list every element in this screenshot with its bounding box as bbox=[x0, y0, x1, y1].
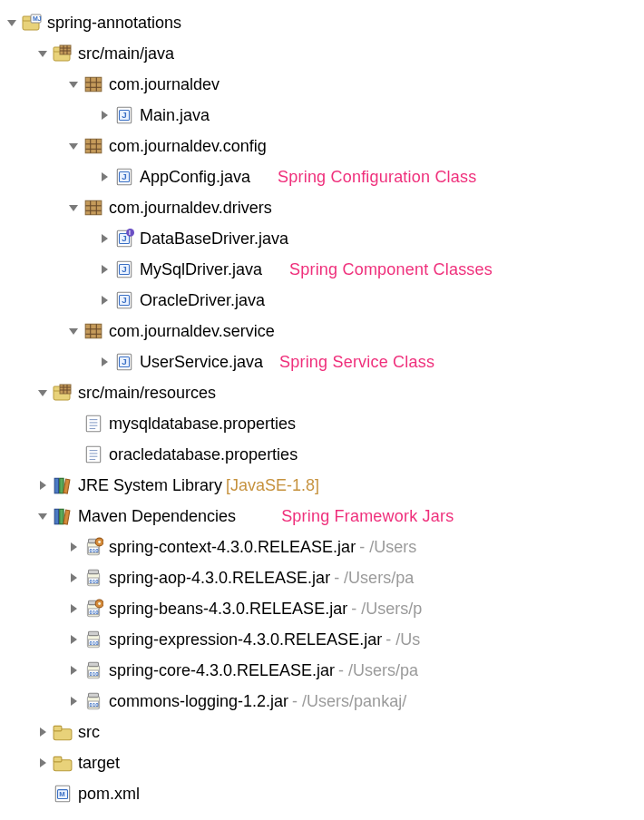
collapse-arrow-icon[interactable] bbox=[65, 570, 82, 586]
collapse-arrow-icon[interactable] bbox=[65, 539, 82, 555]
java-file-icon bbox=[114, 290, 134, 310]
text-file-icon bbox=[83, 444, 103, 464]
jar-name: commons-logging-1.2.jar bbox=[109, 692, 288, 711]
tree-item-jar[interactable]: spring-aop-4.3.0.RELEASE.jar - /Users/pa bbox=[4, 562, 640, 593]
expand-arrow-icon[interactable] bbox=[65, 76, 82, 93]
expand-arrow-icon[interactable] bbox=[34, 45, 51, 62]
java-interface-icon bbox=[114, 229, 134, 249]
tree-item-jar[interactable]: commons-logging-1.2.jar - /Users/pankaj/ bbox=[4, 686, 640, 717]
tree-item-package-config[interactable]: com.journaldev.config bbox=[4, 131, 640, 161]
jar-path: - /Users/p bbox=[351, 600, 422, 619]
tree-item-maven-deps[interactable]: Maven Dependencies Spring Framework Jars bbox=[4, 501, 640, 532]
folder-icon bbox=[53, 722, 73, 742]
text-file-icon bbox=[83, 414, 103, 434]
expand-arrow-icon[interactable] bbox=[65, 200, 82, 216]
tree-item-target-folder[interactable]: target bbox=[4, 747, 640, 778]
collapse-arrow-icon[interactable] bbox=[34, 755, 51, 771]
java-file-icon bbox=[114, 167, 134, 187]
jar-icon bbox=[83, 599, 103, 619]
package-icon bbox=[83, 321, 103, 341]
tree-item-src-main-java[interactable]: src/main/java bbox=[4, 38, 640, 69]
jar-icon bbox=[83, 537, 103, 557]
expand-arrow-icon[interactable] bbox=[4, 15, 20, 31]
tree-item-appconfig[interactable]: AppConfig.java Spring Configuration Clas… bbox=[4, 161, 640, 192]
expand-arrow-icon[interactable] bbox=[34, 508, 51, 524]
jar-path: - /Users/pa bbox=[334, 569, 414, 588]
tree-item-mysql-driver[interactable]: MySqlDriver.java Spring Component Classe… bbox=[4, 254, 640, 285]
appconfig-label: AppConfig.java bbox=[140, 168, 250, 187]
tree-item-user-service[interactable]: UserService.java Spring Service Class bbox=[4, 347, 640, 377]
src-folder-label: src bbox=[78, 723, 100, 742]
tree-item-jre-library[interactable]: JRE System Library [JavaSE-1.8] bbox=[4, 470, 640, 501]
package-label: com.journaldev.service bbox=[109, 322, 275, 341]
mysql-props-label: mysqldatabase.properties bbox=[109, 415, 296, 434]
tree-item-package-drivers[interactable]: com.journaldev.drivers bbox=[4, 192, 640, 223]
library-icon bbox=[53, 506, 73, 526]
main-java-label: Main.java bbox=[140, 106, 210, 125]
db-driver-label: DataBaseDriver.java bbox=[140, 229, 288, 249]
tree-item-database-driver[interactable]: DataBaseDriver.java bbox=[4, 223, 640, 254]
tree-item-pom[interactable]: pom.xml bbox=[4, 778, 640, 809]
source-folder-icon bbox=[53, 383, 73, 403]
collapse-arrow-icon[interactable] bbox=[34, 477, 51, 493]
expand-arrow-icon[interactable] bbox=[65, 138, 82, 154]
tree-item-mysql-properties[interactable]: mysqldatabase.properties bbox=[4, 408, 640, 439]
maven-pom-icon bbox=[53, 784, 73, 804]
tree-item-package-journaldev[interactable]: com.journaldev bbox=[4, 69, 640, 100]
collapse-arrow-icon[interactable] bbox=[96, 292, 112, 308]
expand-arrow-icon[interactable] bbox=[65, 323, 82, 339]
collapse-arrow-icon[interactable] bbox=[96, 230, 112, 247]
jar-name: spring-context-4.3.0.RELEASE.jar bbox=[109, 538, 356, 557]
collapse-arrow-icon[interactable] bbox=[65, 662, 82, 678]
oracle-driver-label: OracleDriver.java bbox=[140, 291, 265, 310]
tree-item-package-service[interactable]: com.journaldev.service bbox=[4, 316, 640, 347]
java-file-icon bbox=[114, 259, 134, 279]
project-name: spring-annotations bbox=[47, 14, 181, 33]
tree-item-src-main-resources[interactable]: src/main/resources bbox=[4, 377, 640, 408]
jar-icon bbox=[83, 568, 103, 588]
collapse-arrow-icon[interactable] bbox=[34, 724, 51, 740]
jar-icon bbox=[83, 660, 103, 680]
collapse-arrow-icon[interactable] bbox=[65, 600, 82, 617]
folder-icon bbox=[53, 753, 73, 773]
jre-version: [JavaSE-1.8] bbox=[226, 476, 319, 495]
annotation-config: Spring Configuration Class bbox=[278, 168, 476, 187]
tree-item-jar[interactable]: spring-beans-4.3.0.RELEASE.jar - /Users/… bbox=[4, 593, 640, 624]
tree-item-project[interactable]: spring-annotations bbox=[4, 7, 640, 38]
jar-path: - /Users bbox=[359, 538, 416, 557]
user-service-label: UserService.java bbox=[140, 353, 263, 372]
package-label: com.journaldev bbox=[109, 75, 220, 94]
jar-name: spring-core-4.3.0.RELEASE.jar bbox=[109, 661, 335, 680]
source-folder-icon bbox=[53, 44, 73, 63]
collapse-arrow-icon[interactable] bbox=[96, 107, 112, 123]
tree-item-jar[interactable]: spring-context-4.3.0.RELEASE.jar - /User… bbox=[4, 532, 640, 562]
maven-label: Maven Dependencies bbox=[78, 507, 236, 526]
java-file-icon bbox=[114, 105, 134, 125]
tree-item-src-folder[interactable]: src bbox=[4, 717, 640, 747]
target-folder-label: target bbox=[78, 754, 120, 773]
jar-name: spring-expression-4.3.0.RELEASE.jar bbox=[109, 630, 382, 649]
package-label: com.journaldev.drivers bbox=[109, 199, 272, 218]
tree-item-oracle-properties[interactable]: oracledatabase.properties bbox=[4, 439, 640, 470]
collapse-arrow-icon[interactable] bbox=[96, 169, 112, 185]
package-label: com.journaldev.config bbox=[109, 137, 267, 156]
package-icon bbox=[83, 198, 103, 218]
annotation-maven: Spring Framework Jars bbox=[281, 507, 454, 526]
package-icon bbox=[83, 74, 103, 94]
src-main-java-label: src/main/java bbox=[78, 44, 174, 63]
collapse-arrow-icon[interactable] bbox=[96, 354, 112, 370]
java-file-icon bbox=[114, 352, 134, 372]
expand-arrow-icon[interactable] bbox=[34, 385, 51, 401]
jar-icon bbox=[83, 691, 103, 711]
collapse-arrow-icon[interactable] bbox=[65, 631, 82, 648]
collapse-arrow-icon[interactable] bbox=[96, 261, 112, 278]
tree-item-main-java[interactable]: Main.java bbox=[4, 100, 640, 131]
maven-project-icon bbox=[22, 13, 42, 33]
collapse-arrow-icon[interactable] bbox=[65, 693, 82, 709]
jar-path: - /Users/pa bbox=[338, 661, 418, 680]
library-icon bbox=[53, 475, 73, 495]
tree-item-oracle-driver[interactable]: OracleDriver.java bbox=[4, 285, 640, 316]
tree-item-jar[interactable]: spring-core-4.3.0.RELEASE.jar - /Users/p… bbox=[4, 655, 640, 686]
resources-label: src/main/resources bbox=[78, 384, 216, 403]
tree-item-jar[interactable]: spring-expression-4.3.0.RELEASE.jar - /U… bbox=[4, 624, 640, 655]
